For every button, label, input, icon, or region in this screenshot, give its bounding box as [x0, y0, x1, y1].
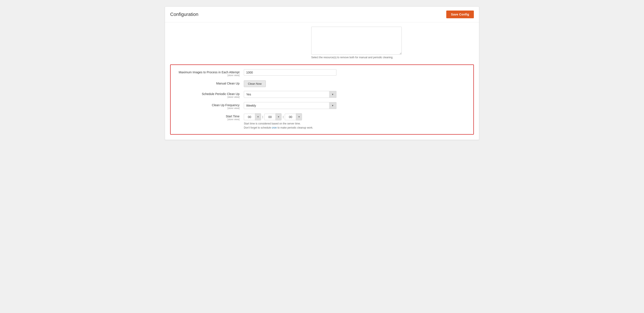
textarea-container: Select the resource(s) to remove both fo…: [311, 27, 402, 59]
frequency-label: Clean Up Frequency [store view]: [177, 102, 244, 109]
schedule-row: Schedule Periodic Clean Up [store view] …: [177, 91, 467, 98]
hour-group: ▼: [244, 113, 261, 120]
manual-cleanup-control: Clean Now: [244, 80, 467, 87]
config-header: Configuration Save Config: [165, 7, 479, 22]
time-separator-2: :: [282, 115, 285, 119]
hour-input[interactable]: [244, 114, 255, 120]
schedule-select[interactable]: Yes No: [244, 91, 336, 98]
minute-input[interactable]: [264, 114, 276, 120]
minute-arrow-button[interactable]: ▼: [276, 113, 282, 120]
time-wrapper: ▼ : ▼ : ▼: [244, 113, 467, 120]
hint-line-1: Start time is considered based on the se…: [244, 122, 467, 126]
manual-cleanup-label: Manual Clean Up: [177, 80, 244, 85]
cron-link[interactable]: cron: [272, 126, 277, 129]
second-input[interactable]: [285, 114, 296, 120]
second-group: ▼: [285, 113, 302, 120]
time-separator-1: :: [261, 115, 264, 119]
frequency-control: Daily Weekly Monthly ▼: [244, 102, 467, 109]
minute-group: ▼: [264, 113, 282, 120]
max-images-row: Maximum Images to Process in Each Attemp…: [177, 69, 467, 77]
start-time-hint: Start time is considered based on the se…: [244, 122, 467, 130]
schedule-label: Schedule Periodic Clean Up [store view]: [177, 91, 244, 98]
frequency-row: Clean Up Frequency [store view] Daily We…: [177, 102, 467, 109]
start-time-row: Start Time [store view] ▼ :: [177, 113, 467, 130]
save-config-button[interactable]: Save Config: [446, 10, 474, 18]
clean-now-button[interactable]: Clean Now: [244, 80, 266, 87]
frequency-select-wrapper: Daily Weekly Monthly ▼: [244, 102, 336, 109]
config-panel: Configuration Save Config Select the res…: [165, 6, 479, 140]
frequency-select[interactable]: Daily Weekly Monthly: [244, 102, 336, 109]
start-time-label: Start Time [store view]: [177, 113, 244, 121]
max-images-input[interactable]: [244, 69, 336, 76]
schedule-control: Yes No ▼: [244, 91, 467, 98]
second-arrow-button[interactable]: ▼: [296, 113, 302, 120]
config-body: Select the resource(s) to remove both fo…: [165, 22, 479, 135]
start-time-control: ▼ : ▼ : ▼: [244, 113, 467, 130]
max-images-label: Maximum Images to Process in Each Attemp…: [177, 69, 244, 77]
hour-arrow-button[interactable]: ▼: [255, 113, 261, 120]
resource-textarea[interactable]: [311, 27, 402, 55]
manual-cleanup-row: Manual Clean Up Clean Now: [177, 80, 467, 87]
page-wrapper: Configuration Save Config Select the res…: [165, 6, 479, 140]
top-section: Select the resource(s) to remove both fo…: [165, 22, 479, 61]
hint-line-2: Don't forget to schedule cron to make pe…: [244, 126, 467, 130]
resource-hint: Select the resource(s) to remove both fo…: [311, 56, 393, 59]
schedule-select-wrapper: Yes No ▼: [244, 91, 336, 98]
page-title: Configuration: [170, 12, 198, 17]
highlighted-section: Maximum Images to Process in Each Attemp…: [170, 64, 474, 135]
max-images-control: [244, 69, 467, 76]
